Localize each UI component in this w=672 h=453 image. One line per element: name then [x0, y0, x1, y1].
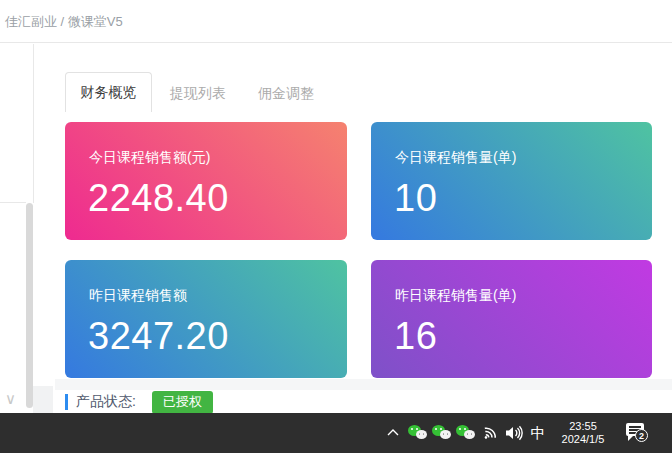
action-center-icon[interactable]: 2: [620, 413, 656, 453]
stat-card-label: 今日课程销售量(单): [395, 149, 516, 167]
clock-time: 23:55: [569, 420, 597, 433]
wechat-icon[interactable]: [430, 413, 452, 453]
volume-icon[interactable]: [502, 413, 526, 453]
section-accent-bar: [65, 394, 68, 410]
scroll-track-strip: [33, 386, 53, 413]
wechat-icon[interactable]: [406, 413, 428, 453]
breadcrumb[interactable]: 佳汇副业 / 微课堂V5: [5, 13, 123, 31]
stat-card-yesterday-sales-amount: 昨日课程销售额 3247.20: [65, 260, 347, 378]
panel-gap: [55, 379, 672, 390]
wechat-icon[interactable]: [454, 413, 476, 453]
product-status-row: 产品状态: 已授权: [55, 390, 672, 413]
stat-card-yesterday-sales-count: 昨日课程销售量(单) 16: [371, 260, 652, 378]
stat-card-today-sales-count: 今日课程销售量(单) 10: [371, 122, 652, 240]
tab-commission-adjust[interactable]: 佣金调整: [258, 85, 314, 103]
windows-taskbar: 中 23:55 2024/1/5 2: [0, 413, 672, 453]
taskbar-clock[interactable]: 23:55 2024/1/5: [551, 413, 615, 453]
stat-card-value: 3247.20: [88, 315, 229, 358]
product-status-label: 产品状态:: [76, 393, 136, 411]
notification-count-badge: 2: [635, 429, 648, 442]
stat-card-today-sales-amount: 今日课程销售额(元) 2248.40: [65, 122, 347, 240]
left-panel-divider: [0, 202, 26, 203]
clock-date: 2024/1/5: [562, 433, 605, 446]
stat-card-label: 昨日课程销售额: [89, 287, 187, 305]
collapse-chevron-icon[interactable]: ∨: [5, 390, 16, 408]
tray-chevron-up-icon[interactable]: [383, 413, 403, 453]
left-panel-border: [33, 44, 34, 203]
stat-card-label: 今日课程销售额(元): [89, 149, 210, 167]
stat-card-value: 10: [394, 177, 437, 220]
vertical-scrollbar[interactable]: [26, 203, 33, 408]
stat-card-value: 2248.40: [88, 177, 229, 220]
tab-withdraw-list[interactable]: 提现列表: [170, 85, 226, 103]
stat-card-value: 16: [394, 315, 437, 358]
ime-indicator[interactable]: 中: [528, 413, 548, 453]
wifi-icon[interactable]: [479, 413, 501, 453]
stat-card-label: 昨日课程销售量(单): [395, 287, 516, 305]
screen: 佳汇副业 / 微课堂V5 ∨ 财务概览 提现列表 佣金调整 今日课程销售额(元)…: [0, 0, 672, 453]
tab-finance-overview[interactable]: 财务概览: [65, 72, 152, 112]
top-header: 佳汇副业 / 微课堂V5: [0, 0, 672, 43]
status-badge: 已授权: [152, 391, 213, 414]
